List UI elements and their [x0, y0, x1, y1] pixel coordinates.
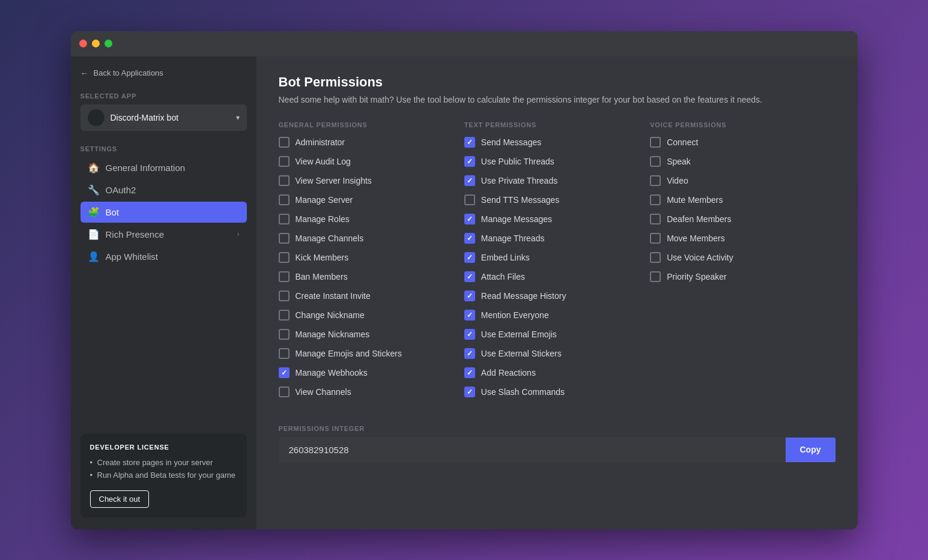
- perm-checkbox-ban-members[interactable]: [279, 271, 290, 282]
- perm-checkbox-manage-nicknames[interactable]: [279, 329, 290, 340]
- sidebar-item-app-whitelist[interactable]: 👤App Whitelist: [80, 246, 247, 267]
- perm-checkbox-connect[interactable]: [650, 137, 661, 148]
- permissions-integer-input[interactable]: [279, 438, 786, 462]
- back-arrow-icon: ←: [80, 68, 89, 78]
- perm-label-manage-server: Manage Server: [296, 195, 353, 205]
- perm-item-view-channels: View Channels: [279, 387, 452, 397]
- rich-presence-icon: 📄: [88, 229, 100, 240]
- sidebar-item-bot[interactable]: 🧩Bot: [80, 202, 247, 223]
- perm-checkbox-manage-emojis-stickers[interactable]: [279, 348, 290, 359]
- perm-checkbox-view-audit-log[interactable]: [279, 156, 290, 167]
- perm-checkbox-send-messages[interactable]: [464, 137, 475, 148]
- minimize-button[interactable]: [92, 40, 100, 47]
- perm-item-speak: Speak: [650, 156, 823, 167]
- perm-item-use-voice-activity: Use Voice Activity: [650, 252, 823, 263]
- perm-checkbox-manage-roles[interactable]: [279, 214, 290, 224]
- perm-checkbox-attach-files[interactable]: [464, 271, 475, 282]
- perm-checkbox-use-slash-commands[interactable]: [464, 387, 475, 397]
- rich-presence-label: Rich Presence: [106, 229, 165, 239]
- app-selector-dropdown[interactable]: Discord-Matrix bot ▾: [80, 104, 247, 131]
- perm-checkbox-embed-links[interactable]: [464, 252, 475, 263]
- sidebar-item-general-information[interactable]: 🏠General Information: [80, 157, 247, 178]
- perm-item-manage-emojis-stickers: Manage Emojis and Stickers: [279, 348, 452, 359]
- perm-label-use-external-emojis: Use External Emojis: [481, 330, 557, 339]
- developer-license-box: DEVELOPER LICENSE Create store pages in …: [80, 434, 247, 517]
- general-information-label: General Information: [106, 163, 186, 173]
- perm-label-change-nickname: Change Nickname: [296, 310, 365, 320]
- voice-permissions-header: VOICE PERMISSIONS: [650, 121, 823, 128]
- page-subtitle: Need some help with bit math? Use the to…: [279, 95, 836, 104]
- permissions-integer-section: PERMISSIONS INTEGER Copy: [279, 425, 836, 463]
- perm-label-use-slash-commands: Use Slash Commands: [481, 387, 565, 397]
- app-whitelist-label: App Whitelist: [106, 251, 159, 262]
- perm-item-view-server-insights: View Server Insights: [279, 175, 452, 186]
- back-to-applications-link[interactable]: ← Back to Applications: [80, 68, 247, 78]
- perm-label-manage-roles: Manage Roles: [296, 214, 350, 224]
- perm-checkbox-use-public-threads[interactable]: [464, 156, 475, 167]
- perm-item-manage-server: Manage Server: [279, 194, 452, 205]
- perm-label-create-instant-invite: Create Instant Invite: [296, 291, 371, 301]
- perm-item-manage-channels: Manage Channels: [279, 233, 452, 244]
- page-title: Bot Permissions: [279, 74, 836, 90]
- content-area: ← Back to Applications SELECTED APP Disc…: [71, 56, 858, 529]
- perm-checkbox-use-external-stickers[interactable]: [464, 348, 475, 359]
- perm-checkbox-administrator[interactable]: [279, 137, 290, 148]
- perm-label-manage-nicknames: Manage Nicknames: [296, 330, 370, 339]
- perm-checkbox-send-tts-messages[interactable]: [464, 194, 475, 205]
- settings-section-label: SETTINGS: [80, 145, 247, 152]
- close-button[interactable]: [79, 40, 87, 47]
- perm-label-mute-members: Mute Members: [667, 195, 723, 205]
- perm-checkbox-manage-threads[interactable]: [464, 233, 475, 244]
- permissions-grid: GENERAL PERMISSIONS AdministratorView Au…: [279, 121, 836, 406]
- perm-label-embed-links: Embed Links: [481, 253, 530, 262]
- perm-checkbox-view-channels[interactable]: [279, 387, 290, 397]
- back-link-label: Back to Applications: [94, 68, 163, 77]
- perm-checkbox-view-server-insights[interactable]: [279, 175, 290, 186]
- check-it-out-button[interactable]: Check it out: [90, 490, 150, 508]
- perm-checkbox-speak[interactable]: [650, 156, 661, 167]
- sidebar-item-rich-presence[interactable]: 📄Rich Presence›: [80, 224, 247, 245]
- perm-item-change-nickname: Change Nickname: [279, 310, 452, 321]
- perm-item-send-messages: Send Messages: [464, 137, 638, 148]
- perm-item-use-slash-commands: Use Slash Commands: [464, 387, 638, 397]
- perm-checkbox-create-instant-invite[interactable]: [279, 291, 290, 301]
- perm-checkbox-add-reactions[interactable]: [464, 367, 475, 378]
- perm-checkbox-video[interactable]: [650, 175, 661, 186]
- perm-checkbox-manage-server[interactable]: [279, 194, 290, 205]
- traffic-lights: [79, 40, 112, 47]
- perm-item-move-members: Move Members: [650, 233, 823, 244]
- perm-checkbox-use-voice-activity[interactable]: [650, 252, 661, 263]
- perm-label-connect: Connect: [667, 137, 698, 147]
- perm-checkbox-manage-channels[interactable]: [279, 233, 290, 244]
- maximize-button[interactable]: [105, 40, 112, 47]
- developer-license-bullet: Run Alpha and Beta tests for your game: [90, 469, 237, 482]
- perm-label-use-private-threads: Use Private Threads: [481, 176, 557, 185]
- perm-checkbox-change-nickname[interactable]: [279, 310, 290, 321]
- oauth2-label: OAuth2: [106, 185, 136, 195]
- voice-permissions-column: VOICE PERMISSIONS ConnectSpeakVideoMute …: [650, 121, 836, 406]
- perm-checkbox-kick-members[interactable]: [279, 252, 290, 263]
- perm-checkbox-use-private-threads[interactable]: [464, 175, 475, 186]
- perm-checkbox-read-message-history[interactable]: [464, 291, 475, 301]
- perm-checkbox-priority-speaker[interactable]: [650, 271, 661, 282]
- app-window: ← Back to Applications SELECTED APP Disc…: [71, 31, 858, 529]
- perm-item-connect: Connect: [650, 137, 823, 148]
- perm-checkbox-manage-messages[interactable]: [464, 214, 475, 224]
- perm-checkbox-move-members[interactable]: [650, 233, 661, 244]
- perm-item-deafen-members: Deafen Members: [650, 214, 823, 224]
- perm-label-send-tts-messages: Send TTS Messages: [481, 195, 559, 205]
- chevron-down-icon: ▾: [236, 113, 240, 122]
- perm-label-add-reactions: Add Reactions: [481, 368, 536, 378]
- perm-label-manage-threads: Manage Threads: [481, 233, 545, 243]
- sidebar-item-oauth2[interactable]: 🔧OAuth2: [80, 179, 247, 200]
- copy-button[interactable]: Copy: [786, 438, 836, 462]
- perm-checkbox-mention-everyone[interactable]: [464, 310, 475, 321]
- perm-checkbox-mute-members[interactable]: [650, 194, 661, 205]
- developer-license-title: DEVELOPER LICENSE: [90, 444, 237, 451]
- perm-checkbox-manage-webhooks[interactable]: [279, 367, 290, 378]
- perm-checkbox-deafen-members[interactable]: [650, 214, 661, 224]
- perm-item-video: Video: [650, 175, 823, 186]
- bot-icon: 🧩: [88, 206, 100, 218]
- perm-checkbox-use-external-emojis[interactable]: [464, 329, 475, 340]
- perm-label-manage-channels: Manage Channels: [296, 233, 364, 243]
